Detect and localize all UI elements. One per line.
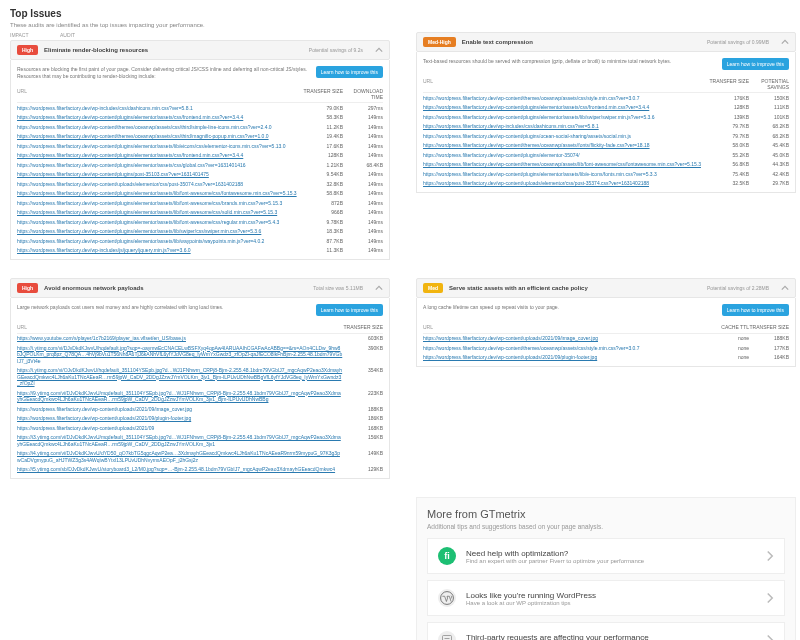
resource-url-link[interactable]: https://wordpress.filterfactory.dev/wp-c… [17,152,303,159]
table-row: https://wordpress.filterfactory.dev/wp-c… [17,208,383,218]
resource-value: 79.7KB [709,123,749,130]
more-subtitle: Additional tips and suggestions based on… [427,523,785,530]
resource-url-link[interactable]: https://wordpress.filterfactory.dev/wp-c… [423,161,709,168]
table-row: https://wordpress.filterfactory.dev/wp-c… [17,160,383,170]
table-row: https://www.youtube.com/s/player/1c7b216… [17,334,383,344]
resource-url-link[interactable]: https://wordpress.filterfactory.dev/wp-c… [17,209,303,216]
resource-value: 186KB [343,415,383,422]
impact-badge: High [17,283,38,293]
issue-body: A long cache lifetime can speed up repea… [416,298,796,367]
resource-value: 603KB [343,335,383,342]
resource-value: 156KB [343,434,383,447]
resource-url-link[interactable]: https://wordpress.filterfactory.dev/wp-c… [17,143,303,150]
resource-url-link[interactable]: https://wordpress.filterfactory.dev/wp-c… [17,219,303,226]
issue-enormous-payloads: High Avoid enormous network payloads Tot… [10,278,390,479]
table-row: https://wordpress.filterfactory.dev/wp-c… [17,198,383,208]
tip-row[interactable]: Third-party requests are affecting your … [427,622,785,640]
table-row: https://i9.ytimg.com/vi/DJvDkdKJwvU/mqde… [17,388,383,404]
resource-value: 68.4KB [343,162,383,169]
resource-url-link[interactable]: https://wordpress.filterfactory.dev/wp-c… [423,345,709,352]
resource-value: 149ms [343,200,383,207]
resource-value: 11.3KB [303,247,343,254]
table-row: https://wordpress.filterfactory.dev/wp-i… [17,246,383,256]
resource-url-link[interactable]: https://wordpress.filterfactory.dev/wp-c… [423,133,709,140]
resource-url-link[interactable]: https://wordpress.filterfactory.dev/wp-c… [17,415,343,422]
resource-url-link[interactable]: https://wordpress.filterfactory.dev/wp-c… [423,180,709,187]
resource-value: 149ms [343,247,383,254]
tip-title: Need help with optimization? [466,549,766,558]
resource-url-link[interactable]: https://i.ytimg.com/vi/OJvDkdKJwvU/hqdef… [17,367,343,387]
learn-button[interactable]: Learn how to improve this [316,66,383,78]
resource-value: 168KB [343,425,383,432]
resource-url-link[interactable]: https://i5.ytimg.com/sb/DJvDkdKJwvU/stor… [17,466,343,473]
table-row: https://wordpress.filterfactory.dev/wp-c… [17,170,383,180]
resource-value: 129KB [343,466,383,473]
resource-url-link[interactable]: https://wordpress.filterfactory.dev/wp-i… [17,105,303,112]
issue-description: Large network payloads cost users real m… [17,304,308,311]
resource-url-link[interactable]: https://wordpress.filterfactory.dev/wp-c… [423,152,709,159]
table-row: https://wordpress.filterfactory.dev/wp-c… [423,353,789,363]
resource-url-link[interactable]: https://wordpress.filterfactory.dev/wp-c… [423,114,709,121]
issue-title: Enable text compression [462,39,533,45]
issue-header-cache[interactable]: Med Serve static assets with an efficien… [416,278,796,298]
top-issues-section: Top Issues These audits are identified a… [10,8,390,260]
resource-value: 17.6KB [303,143,343,150]
resource-table: URLTransfer SizeDownload Time https://wo… [17,86,383,255]
tip-row[interactable]: Looks like you're running WordPressHave … [427,580,785,616]
tip-row[interactable]: fiNeed help with optimization?Find an ex… [427,538,785,574]
resource-value: none [709,354,749,361]
resource-url-link[interactable]: https://wordpress.filterfactory.dev/wp-c… [17,200,303,207]
resource-value: 188KB [343,406,383,413]
chevron-up-icon [781,284,789,292]
learn-button[interactable]: Learn how to improve this [722,58,789,70]
resource-value: 19.4KB [303,133,343,140]
resource-url-link[interactable]: https://wordpress.filterfactory.dev/wp-c… [17,228,303,235]
resource-value: 149ms [343,219,383,226]
resource-url-link[interactable]: https://wordpress.filterfactory.dev/wp-c… [17,190,303,197]
resource-value: 149ms [343,143,383,150]
resource-value: none [709,335,749,342]
resource-url-link[interactable]: https://wordpress.filterfactory.dev/wp-i… [17,247,303,254]
resource-url-link[interactable]: https://wordpress.filterfactory.dev/wp-c… [423,171,709,178]
resource-url-link[interactable]: https://i3.ytimg.com/vi/DJvDkdKJwvU/mqde… [17,434,343,447]
issue-text-compression: Med-High Enable text compression Potenti… [416,32,796,260]
resource-url-link[interactable]: https://wordpress.filterfactory.dev/wp-c… [423,104,709,111]
table-row: https://i4.ytimg.com/vi/DJvDkdKJwvU/dYD5… [17,449,383,465]
impact-badge: High [17,45,38,55]
resource-url-link[interactable]: https://wordpress.filterfactory.dev/wp-c… [17,425,343,432]
resource-value: 354KB [343,367,383,387]
resource-url-link[interactable]: https://wordpress.filterfactory.dev/wp-c… [17,406,343,413]
resource-url-link[interactable]: https://wordpress.filterfactory.dev/wp-c… [17,124,303,131]
resource-value: 32.5KB [709,180,749,187]
resource-url-link[interactable]: https://i.ytimg.com/vi/DJvDkdKJwvU/hqdef… [17,345,343,365]
wordpress-icon [438,589,456,607]
resource-url-link[interactable]: https://wordpress.filterfactory.dev/wp-c… [17,171,303,178]
resource-url-link[interactable]: https://wordpress.filterfactory.dev/wp-c… [17,114,303,121]
tip-subtitle: Find an expert with our partner Fiverr t… [466,558,766,564]
resource-url-link[interactable]: https://wordpress.filterfactory.dev/wp-c… [423,95,709,102]
table-row: https://wordpress.filterfactory.dev/wp-c… [423,112,789,122]
resource-url-link[interactable]: https://wordpress.filterfactory.dev/wp-c… [17,181,303,188]
learn-button[interactable]: Learn how to improve this [316,304,383,316]
resource-url-link[interactable]: https://wordpress.filterfactory.dev/wp-c… [423,335,709,342]
issue-header-payloads[interactable]: High Avoid enormous network payloads Tot… [10,278,390,298]
chevron-up-icon [781,38,789,46]
resource-url-link[interactable]: https://wordpress.filterfactory.dev/wp-c… [423,354,709,361]
resource-url-link[interactable]: https://www.youtube.com/s/player/1c7b216… [17,335,343,342]
resource-url-link[interactable]: https://wordpress.filterfactory.dev/wp-c… [423,142,709,149]
resource-value: 966B [303,209,343,216]
resource-url-link[interactable]: https://wordpress.filterfactory.dev/wp-c… [17,133,303,140]
issue-header-compression[interactable]: Med-High Enable text compression Potenti… [416,32,796,52]
resource-url-link[interactable]: https://i9.ytimg.com/vi/DJvDkdKJwvU/mqde… [17,390,343,403]
resource-url-link[interactable]: https://wordpress.filterfactory.dev/wp-i… [423,123,709,130]
table-row: https://wordpress.filterfactory.dev/wp-c… [17,404,383,414]
resource-url-link[interactable]: https://i4.ytimg.com/vi/DJvDkdKJwvU/dYD5… [17,450,343,463]
list-icon [438,631,456,640]
chevron-up-icon [375,46,383,54]
resource-value: 45.4KB [749,142,789,149]
resource-url-link[interactable]: https://wordpress.filterfactory.dev/wp-c… [17,162,303,169]
resource-url-link[interactable]: https://wordpress.filterfactory.dev/wp-c… [17,238,303,245]
learn-button[interactable]: Learn how to improve this [722,304,789,316]
chevron-right-icon [766,634,774,641]
issue-header-render-blocking[interactable]: High Eliminate render-blocking resources… [10,40,390,60]
